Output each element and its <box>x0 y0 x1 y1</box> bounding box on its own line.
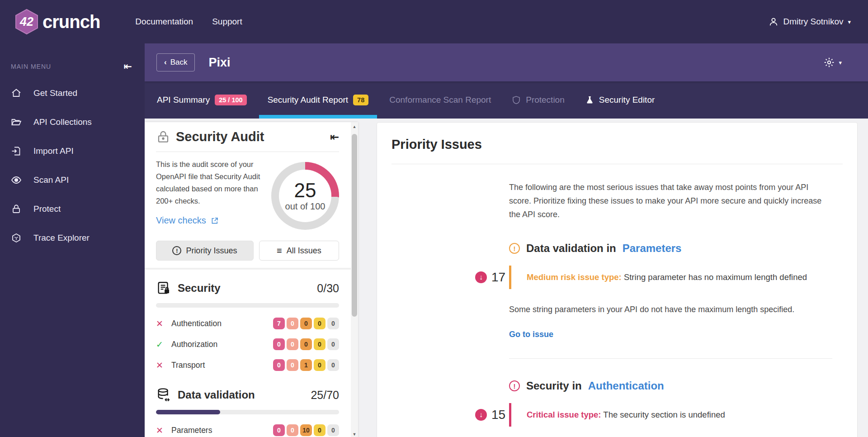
issue-block-security: ! Security in Authentication ↓ 15 Critic… <box>377 380 857 437</box>
issue-heading: Data validation in <box>526 242 616 255</box>
settings-menu[interactable]: ▾ <box>823 57 842 68</box>
tab-security-editor[interactable]: Security Editor <box>577 81 664 119</box>
sidebar-item-protect[interactable]: Protect <box>0 197 145 221</box>
severity-badge: 7 <box>273 318 285 329</box>
points-lost: 15 <box>491 408 505 422</box>
priority-issues-button[interactable]: ! Priority Issues <box>156 241 254 261</box>
tab-label: Protection <box>526 95 565 105</box>
home-icon <box>11 88 22 99</box>
pass-check-icon: ✓ <box>156 339 171 350</box>
severity-badge: 0 <box>287 338 298 350</box>
audit-row-transport[interactable]: ✕ Transport 0 0 1 0 0 <box>156 355 339 375</box>
severity-badge: 0 <box>327 338 339 350</box>
row-label: Parameters <box>171 426 273 435</box>
alert-circle-icon: ! <box>172 246 181 255</box>
category-title: Security <box>178 282 311 294</box>
sidebar-item-label: Scan API <box>33 175 69 185</box>
fail-x-icon: ✕ <box>156 425 171 436</box>
sidebar-item-label: Trace Explorer <box>33 233 90 243</box>
hexagon-icon <box>11 233 22 243</box>
divider <box>392 164 843 164</box>
view-checks-label: View checks <box>156 215 206 226</box>
sidebar-item-trace-explorer[interactable]: Trace Explorer <box>0 226 145 250</box>
back-label: Back <box>170 58 188 67</box>
issue-heading-link[interactable]: Parameters <box>623 242 682 255</box>
severity-badge: 0 <box>287 359 298 371</box>
alert-circle-icon: ! <box>509 243 520 254</box>
scroll-up-icon[interactable]: ▲ <box>351 123 358 130</box>
tab-bar: API Summary 25 / 100 Security Audit Repo… <box>145 81 868 119</box>
severity-label: Medium risk issue type: <box>527 272 622 282</box>
audit-row-authentication[interactable]: ✕ Authentication 7 0 0 0 0 <box>156 313 339 334</box>
scrollbar-thumb[interactable] <box>352 134 357 317</box>
back-button[interactable]: ‹ Back <box>156 53 195 71</box>
tab-score-badge: 78 <box>353 95 368 105</box>
user-name: Dmitry Sotnikov <box>783 17 843 27</box>
nav-link-documentation[interactable]: Documentation <box>135 17 193 27</box>
priority-issues-intro: The following are the most serious issue… <box>509 180 826 221</box>
shield-icon <box>512 95 521 105</box>
panel-collapse-icon[interactable]: ⇤ <box>330 131 339 143</box>
user-icon <box>769 17 778 27</box>
category-score: 25/70 <box>311 389 339 402</box>
tab-security-audit-report[interactable]: Security Audit Report 78 <box>259 81 377 119</box>
severity-label: Critical issue type: <box>527 410 601 419</box>
severity-badge: 0 <box>300 318 312 329</box>
data-validation-progress-bar <box>156 410 339 414</box>
severity-badge: 0 <box>314 338 326 350</box>
severity-badge: 10 <box>300 424 312 436</box>
sidebar-item-scan-api[interactable]: Scan API <box>0 168 145 192</box>
sidebar-item-label: Protect <box>33 204 61 214</box>
score-value: 25 <box>294 180 316 201</box>
category-score: 0/30 <box>317 282 339 295</box>
severity-detail: The security section is undefined <box>603 410 725 419</box>
all-issues-label: All Issues <box>287 246 321 256</box>
issue-description: Some string parameters in your API do no… <box>509 303 826 316</box>
audit-row-authorization[interactable]: ✓ Authorization 0 0 0 0 0 <box>156 334 339 355</box>
lock-icon <box>11 204 22 214</box>
priority-issues-title: Priority Issues <box>392 137 843 152</box>
severity-badge: 0 <box>300 338 312 350</box>
issue-heading-link[interactable]: Authentication <box>588 380 664 392</box>
audit-row-parameters[interactable]: ✕ Parameters 0 0 10 0 0 <box>156 420 339 437</box>
fail-x-icon: ✕ <box>156 360 171 370</box>
scroll-down-icon[interactable]: ▼ <box>351 431 358 437</box>
page-title: Pixi <box>208 56 230 70</box>
sidebar-item-import-api[interactable]: Import API <box>0 139 145 163</box>
sidebar-collapse-icon[interactable]: ⇤ <box>124 62 132 71</box>
user-menu[interactable]: Dmitry Sotnikov ▾ <box>769 17 851 27</box>
padlock-icon <box>156 130 170 144</box>
all-issues-button[interactable]: ≡ All Issues <box>259 241 339 261</box>
row-label: Authorization <box>171 340 273 349</box>
sidebar-section-label: MAIN MENU <box>11 63 51 70</box>
severity-badge: 0 <box>287 318 298 329</box>
go-to-issue-link[interactable]: Go to issue <box>509 330 857 339</box>
sidebar-item-label: Import API <box>33 146 74 156</box>
external-link-icon <box>211 217 219 225</box>
view-checks-link[interactable]: View checks <box>156 215 271 226</box>
document-lock-icon <box>156 280 171 296</box>
audit-description: This is the audit score of your OpenAPI … <box>156 158 271 207</box>
nav-link-support[interactable]: Support <box>212 17 242 27</box>
tab-conformance-scan-report[interactable]: Conformance Scan Report <box>381 81 500 119</box>
active-tab-underline <box>259 115 377 119</box>
severity-badge: 0 <box>287 424 298 436</box>
top-navbar: 42 crunch Documentation Support Dmitry S… <box>0 0 868 43</box>
tab-api-summary[interactable]: API Summary 25 / 100 <box>148 81 255 119</box>
tab-protection[interactable]: Protection <box>503 81 573 119</box>
settings-caret-icon: ▾ <box>839 59 842 66</box>
category-title: Data validation <box>178 389 304 401</box>
gear-icon <box>823 57 835 68</box>
content-area: Security Audit ⇤ This is the audit score… <box>145 119 868 437</box>
tab-label: API Summary <box>157 95 210 105</box>
severity-badge: 0 <box>327 359 339 371</box>
sidebar-item-api-collections[interactable]: API Collections <box>0 110 145 134</box>
back-chevron-icon: ‹ <box>164 58 167 67</box>
panel-scrollbar[interactable]: ▲ ▼ <box>351 122 358 437</box>
sidebar-item-get-started[interactable]: Get Started <box>0 81 145 105</box>
severity-badge: 0 <box>273 338 285 350</box>
points-lost: 17 <box>491 270 505 285</box>
fail-x-icon: ✕ <box>156 318 171 329</box>
tab-label: Security Editor <box>599 95 655 105</box>
alert-circle-icon: ! <box>509 380 520 391</box>
